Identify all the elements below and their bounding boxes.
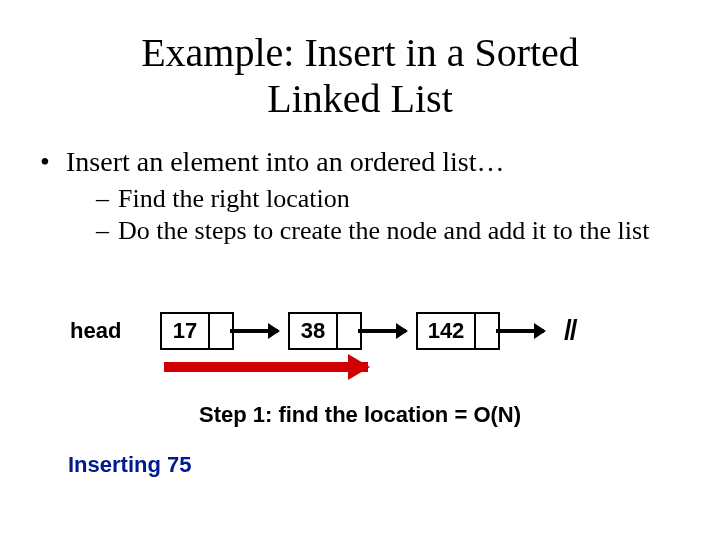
bullet-level2-b: Do the steps to create the node and add … <box>40 216 680 246</box>
node-next-box <box>210 314 232 348</box>
step-caption: Step 1: find the location = O(N) <box>0 402 720 428</box>
null-terminator-icon: // <box>564 314 576 346</box>
linked-list-diagram: head 17 38 142 // <box>70 312 670 372</box>
traversal-arrow-icon <box>164 362 368 372</box>
node-next-box <box>338 314 360 348</box>
bullet-level1: Insert an element into an ordered list… <box>40 146 680 178</box>
node-value: 142 <box>418 314 476 348</box>
arrow-icon <box>496 329 544 333</box>
list-node: 142 <box>416 312 500 350</box>
slide: Example: Insert in a Sorted Linked List … <box>0 0 720 540</box>
arrow-icon <box>358 329 406 333</box>
node-value: 38 <box>290 314 338 348</box>
list-node: 17 <box>160 312 234 350</box>
arrow-icon <box>230 329 278 333</box>
inserting-label: Inserting 75 <box>68 452 191 478</box>
node-value: 17 <box>162 314 210 348</box>
bullet-level2-a: Find the right location <box>40 184 680 214</box>
node-next-box <box>476 314 498 348</box>
list-node: 38 <box>288 312 362 350</box>
head-label: head <box>70 318 121 344</box>
slide-title: Example: Insert in a Sorted Linked List <box>80 30 640 122</box>
